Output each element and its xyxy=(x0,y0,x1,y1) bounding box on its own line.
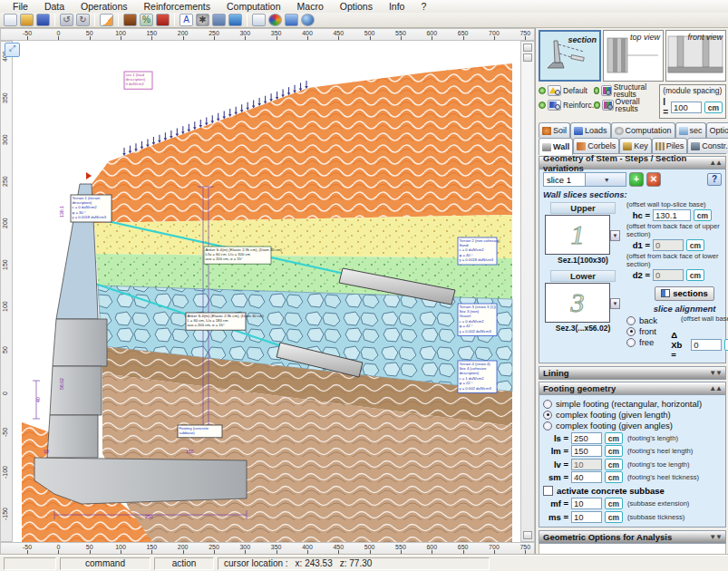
ruler-tool-icon[interactable] xyxy=(523,53,532,62)
tab-options[interactable]: Options xyxy=(706,122,728,138)
tab-corbels[interactable]: Corbels xyxy=(573,138,619,153)
new-file-icon[interactable] xyxy=(4,14,17,26)
sm-input[interactable] xyxy=(571,471,602,483)
ruler-tool-icon[interactable] xyxy=(523,531,532,539)
hc-input[interactable] xyxy=(653,209,691,221)
lv-input[interactable] xyxy=(571,459,602,470)
dxb-input[interactable] xyxy=(691,339,722,351)
tab-computation[interactable]: Computation xyxy=(611,122,675,138)
menu-item-computation[interactable]: Computation xyxy=(219,1,288,12)
view-section-button[interactable]: section xyxy=(539,30,601,82)
edit-sheet-icon[interactable] xyxy=(100,14,113,26)
zoom-tool-button[interactable]: ⤢ xyxy=(5,43,20,57)
menu-item-file[interactable]: File xyxy=(5,1,35,12)
application-window: FileDataOperationsReinforcementsComputat… xyxy=(0,0,728,571)
color-wheel-icon[interactable] xyxy=(268,14,282,26)
display-icon[interactable] xyxy=(285,14,298,26)
open-folder-icon[interactable] xyxy=(20,14,34,26)
collapse-icon[interactable]: ▲▲ xyxy=(709,159,722,167)
chevron-down-icon[interactable]: ▼ xyxy=(610,230,620,241)
ruler-top[interactable]: -500501001502002503003504004505005506006… xyxy=(0,28,535,41)
delete-slice-button[interactable]: ✕ xyxy=(646,172,661,187)
menu-item-info[interactable]: Info xyxy=(382,1,413,12)
chevron-down-icon[interactable]: ▼ xyxy=(610,298,620,309)
cm-unit-button[interactable]: cm xyxy=(686,239,704,251)
tab-soil[interactable]: Soil xyxy=(539,122,570,138)
cm-unit-button[interactable]: cm xyxy=(724,339,728,351)
collapse-icon[interactable]: ▼▼ xyxy=(709,533,722,541)
align-back-radio[interactable]: back xyxy=(626,315,671,325)
copy-sheet-icon[interactable] xyxy=(252,14,266,26)
tab-wall[interactable]: Wall xyxy=(539,138,573,155)
tab-sec[interactable]: sec xyxy=(675,122,706,138)
ruler-left[interactable]: 400350300250200150100500-50-100-150 xyxy=(0,41,13,542)
mode-default[interactable]: Default xyxy=(539,84,594,97)
ls-input[interactable] xyxy=(571,432,602,444)
align-free-radio[interactable]: free xyxy=(626,337,671,347)
mode-overall-results[interactable]: Overall results xyxy=(594,99,655,111)
cm-unit-button[interactable]: cm xyxy=(704,102,723,113)
ruler-right[interactable] xyxy=(520,41,535,542)
upper-section-preview[interactable]: 1 ▼ xyxy=(545,215,610,255)
sections-button[interactable]: sections xyxy=(655,286,714,301)
mf-input[interactable] xyxy=(571,498,602,509)
undo-icon[interactable]: ↺ xyxy=(60,14,73,26)
redo-icon[interactable]: ↻ xyxy=(76,14,90,26)
mode-reinforc[interactable]: Reinforc. xyxy=(539,99,594,111)
tab-loads[interactable]: Loads xyxy=(570,122,611,138)
settings-gear-icon[interactable]: ✱ xyxy=(196,14,209,26)
globe-icon[interactable] xyxy=(301,14,315,26)
text-style-icon[interactable]: A xyxy=(180,14,193,26)
simple-footing-radio[interactable]: simple footing (rectangular, horizontal) xyxy=(543,399,722,409)
lower-section-preview[interactable]: 3 ▼ xyxy=(545,283,610,323)
refresh-pages-icon[interactable] xyxy=(228,14,242,26)
ruler-tool-icon[interactable] xyxy=(523,44,532,52)
percent-icon[interactable]: % xyxy=(140,14,153,26)
stem-panel-header[interactable]: Geometry of Stem - Steps / Section varia… xyxy=(539,157,725,169)
tab-key[interactable]: Key xyxy=(619,138,652,153)
filter-icon[interactable] xyxy=(123,14,137,26)
collapse-icon[interactable]: ▲▲ xyxy=(709,384,722,392)
complex-footing-angles-radio[interactable]: complex footing (given angles) xyxy=(543,421,722,431)
tab-piles[interactable]: Piles xyxy=(652,138,688,153)
geometric-options-panel-header[interactable]: Geometric Options for Analysis▼▼ xyxy=(539,530,726,544)
cm-unit-button[interactable]: cm xyxy=(686,269,704,281)
complex-footing-length-radio[interactable]: complex footing (given length) xyxy=(543,410,722,420)
slice-select[interactable]: slice 1▼ xyxy=(543,172,626,187)
cm-unit-button[interactable]: cm xyxy=(694,209,712,221)
d2-input[interactable] xyxy=(653,269,684,281)
ms-input[interactable] xyxy=(571,511,602,523)
lm-input[interactable] xyxy=(571,445,602,457)
cm-unit-button[interactable]: cm xyxy=(605,459,623,470)
menu-item-[interactable]: ? xyxy=(413,1,433,12)
footing-panel-header[interactable]: Footing geometry▲▲ xyxy=(539,382,725,395)
cm-unit-button[interactable]: cm xyxy=(605,498,623,509)
menu-item-options[interactable]: Options xyxy=(333,1,380,12)
cross-section-drawing[interactable]: 130.156.024025015010 sez.1 (loaddescript… xyxy=(13,41,520,542)
collapse-icon[interactable]: ▼▼ xyxy=(709,369,722,377)
menu-item-data[interactable]: Data xyxy=(37,1,72,12)
subbase-checkbox[interactable] xyxy=(543,486,553,496)
tab-constr-tieb[interactable]: Constr.-Tieb. xyxy=(687,138,728,153)
cm-unit-button[interactable]: cm xyxy=(605,471,623,483)
d1-input[interactable] xyxy=(653,239,684,251)
ruler-bottom[interactable]: -500501001502002503003504004505005506006… xyxy=(0,542,535,555)
menu-item-reinforcements[interactable]: Reinforcements xyxy=(136,1,218,12)
help-button[interactable]: ? xyxy=(707,173,722,186)
menu-item-operations[interactable]: Operations xyxy=(73,1,134,12)
save-icon[interactable] xyxy=(36,14,50,26)
capture-icon[interactable] xyxy=(212,14,226,26)
subbase-checkbox-row[interactable]: activate concrete subbase xyxy=(543,486,722,496)
view-front-button[interactable]: front view xyxy=(665,30,726,82)
mode-structural-results[interactable]: Structural results xyxy=(594,84,655,97)
module-spacing-input[interactable] xyxy=(671,102,702,113)
lining-panel-header[interactable]: Lining▼▼ xyxy=(539,366,726,380)
add-slice-button[interactable]: + xyxy=(629,172,644,187)
view-top-button[interactable]: top view xyxy=(603,30,664,82)
library-icon[interactable] xyxy=(156,14,170,26)
align-front-radio[interactable]: front xyxy=(626,326,671,336)
cm-unit-button[interactable]: cm xyxy=(605,511,623,523)
cm-unit-button[interactable]: cm xyxy=(605,445,623,457)
menu-item-macro[interactable]: Macro xyxy=(290,1,331,12)
cm-unit-button[interactable]: cm xyxy=(605,432,623,444)
